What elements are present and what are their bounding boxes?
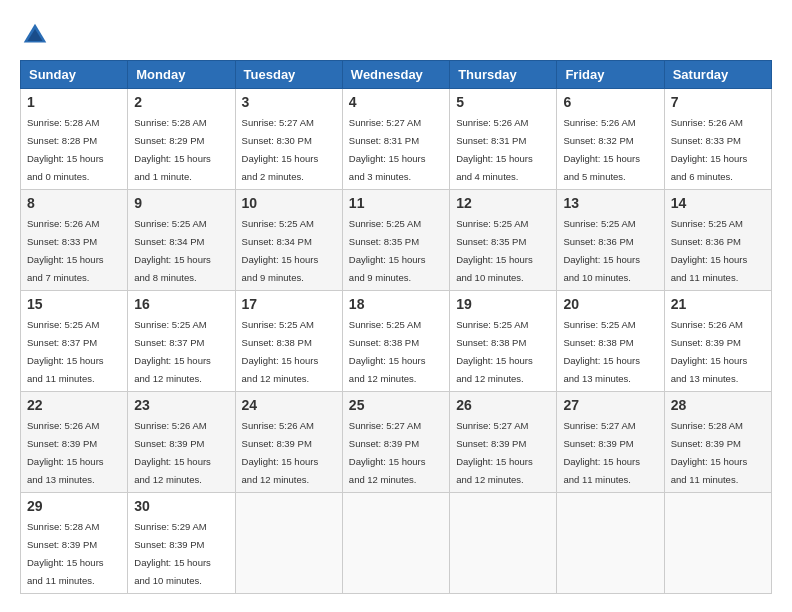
calendar-cell: 7Sunrise: 5:26 AMSunset: 8:33 PMDaylight… [664, 89, 771, 190]
calendar-cell: 14Sunrise: 5:25 AMSunset: 8:36 PMDayligh… [664, 190, 771, 291]
calendar-week-5: 29Sunrise: 5:28 AMSunset: 8:39 PMDayligh… [21, 493, 772, 594]
day-detail: Sunrise: 5:25 AMSunset: 8:34 PMDaylight:… [134, 218, 211, 283]
day-number: 27 [563, 397, 657, 413]
day-detail: Sunrise: 5:29 AMSunset: 8:39 PMDaylight:… [134, 521, 211, 586]
day-detail: Sunrise: 5:28 AMSunset: 8:39 PMDaylight:… [671, 420, 748, 485]
calendar-cell: 19Sunrise: 5:25 AMSunset: 8:38 PMDayligh… [450, 291, 557, 392]
day-number: 7 [671, 94, 765, 110]
day-detail: Sunrise: 5:26 AMSunset: 8:39 PMDaylight:… [671, 319, 748, 384]
calendar-cell: 9Sunrise: 5:25 AMSunset: 8:34 PMDaylight… [128, 190, 235, 291]
weekday-header-row: SundayMondayTuesdayWednesdayThursdayFrid… [21, 61, 772, 89]
day-number: 30 [134, 498, 228, 514]
day-detail: Sunrise: 5:25 AMSunset: 8:38 PMDaylight:… [242, 319, 319, 384]
day-number: 2 [134, 94, 228, 110]
day-number: 17 [242, 296, 336, 312]
calendar-cell: 10Sunrise: 5:25 AMSunset: 8:34 PMDayligh… [235, 190, 342, 291]
day-detail: Sunrise: 5:25 AMSunset: 8:34 PMDaylight:… [242, 218, 319, 283]
day-number: 28 [671, 397, 765, 413]
calendar-cell: 30Sunrise: 5:29 AMSunset: 8:39 PMDayligh… [128, 493, 235, 594]
day-detail: Sunrise: 5:26 AMSunset: 8:39 PMDaylight:… [27, 420, 104, 485]
weekday-header-thursday: Thursday [450, 61, 557, 89]
day-detail: Sunrise: 5:25 AMSunset: 8:37 PMDaylight:… [27, 319, 104, 384]
weekday-header-saturday: Saturday [664, 61, 771, 89]
day-detail: Sunrise: 5:26 AMSunset: 8:32 PMDaylight:… [563, 117, 640, 182]
day-detail: Sunrise: 5:27 AMSunset: 8:30 PMDaylight:… [242, 117, 319, 182]
day-detail: Sunrise: 5:26 AMSunset: 8:39 PMDaylight:… [242, 420, 319, 485]
day-number: 4 [349, 94, 443, 110]
day-number: 13 [563, 195, 657, 211]
day-detail: Sunrise: 5:27 AMSunset: 8:31 PMDaylight:… [349, 117, 426, 182]
day-detail: Sunrise: 5:26 AMSunset: 8:33 PMDaylight:… [27, 218, 104, 283]
calendar-cell: 23Sunrise: 5:26 AMSunset: 8:39 PMDayligh… [128, 392, 235, 493]
calendar-cell: 20Sunrise: 5:25 AMSunset: 8:38 PMDayligh… [557, 291, 664, 392]
day-number: 10 [242, 195, 336, 211]
weekday-header-tuesday: Tuesday [235, 61, 342, 89]
calendar-cell: 25Sunrise: 5:27 AMSunset: 8:39 PMDayligh… [342, 392, 449, 493]
day-detail: Sunrise: 5:25 AMSunset: 8:35 PMDaylight:… [349, 218, 426, 283]
calendar-cell: 22Sunrise: 5:26 AMSunset: 8:39 PMDayligh… [21, 392, 128, 493]
calendar-cell: 3Sunrise: 5:27 AMSunset: 8:30 PMDaylight… [235, 89, 342, 190]
calendar-cell [557, 493, 664, 594]
day-number: 25 [349, 397, 443, 413]
day-number: 1 [27, 94, 121, 110]
weekday-header-wednesday: Wednesday [342, 61, 449, 89]
day-number: 6 [563, 94, 657, 110]
day-number: 15 [27, 296, 121, 312]
day-detail: Sunrise: 5:28 AMSunset: 8:29 PMDaylight:… [134, 117, 211, 182]
calendar-cell: 17Sunrise: 5:25 AMSunset: 8:38 PMDayligh… [235, 291, 342, 392]
day-number: 11 [349, 195, 443, 211]
calendar-cell [664, 493, 771, 594]
weekday-header-sunday: Sunday [21, 61, 128, 89]
day-number: 3 [242, 94, 336, 110]
day-detail: Sunrise: 5:25 AMSunset: 8:36 PMDaylight:… [563, 218, 640, 283]
calendar-week-2: 8Sunrise: 5:26 AMSunset: 8:33 PMDaylight… [21, 190, 772, 291]
calendar-cell: 13Sunrise: 5:25 AMSunset: 8:36 PMDayligh… [557, 190, 664, 291]
day-number: 22 [27, 397, 121, 413]
logo-icon [20, 20, 50, 50]
calendar-header: SundayMondayTuesdayWednesdayThursdayFrid… [21, 61, 772, 89]
calendar-cell: 6Sunrise: 5:26 AMSunset: 8:32 PMDaylight… [557, 89, 664, 190]
day-detail: Sunrise: 5:27 AMSunset: 8:39 PMDaylight:… [349, 420, 426, 485]
weekday-header-monday: Monday [128, 61, 235, 89]
calendar-week-1: 1Sunrise: 5:28 AMSunset: 8:28 PMDaylight… [21, 89, 772, 190]
calendar-cell [342, 493, 449, 594]
calendar-cell [450, 493, 557, 594]
calendar-cell: 11Sunrise: 5:25 AMSunset: 8:35 PMDayligh… [342, 190, 449, 291]
day-detail: Sunrise: 5:25 AMSunset: 8:37 PMDaylight:… [134, 319, 211, 384]
calendar-cell: 15Sunrise: 5:25 AMSunset: 8:37 PMDayligh… [21, 291, 128, 392]
day-detail: Sunrise: 5:27 AMSunset: 8:39 PMDaylight:… [456, 420, 533, 485]
calendar-cell: 26Sunrise: 5:27 AMSunset: 8:39 PMDayligh… [450, 392, 557, 493]
logo [20, 20, 56, 50]
day-detail: Sunrise: 5:25 AMSunset: 8:35 PMDaylight:… [456, 218, 533, 283]
day-number: 12 [456, 195, 550, 211]
day-number: 20 [563, 296, 657, 312]
calendar-cell: 5Sunrise: 5:26 AMSunset: 8:31 PMDaylight… [450, 89, 557, 190]
page-header [20, 20, 772, 50]
calendar-cell: 8Sunrise: 5:26 AMSunset: 8:33 PMDaylight… [21, 190, 128, 291]
calendar-week-4: 22Sunrise: 5:26 AMSunset: 8:39 PMDayligh… [21, 392, 772, 493]
calendar-cell: 2Sunrise: 5:28 AMSunset: 8:29 PMDaylight… [128, 89, 235, 190]
day-number: 14 [671, 195, 765, 211]
calendar-cell: 16Sunrise: 5:25 AMSunset: 8:37 PMDayligh… [128, 291, 235, 392]
day-number: 26 [456, 397, 550, 413]
day-detail: Sunrise: 5:27 AMSunset: 8:39 PMDaylight:… [563, 420, 640, 485]
calendar-table: SundayMondayTuesdayWednesdayThursdayFrid… [20, 60, 772, 594]
day-detail: Sunrise: 5:26 AMSunset: 8:39 PMDaylight:… [134, 420, 211, 485]
calendar-cell: 18Sunrise: 5:25 AMSunset: 8:38 PMDayligh… [342, 291, 449, 392]
day-detail: Sunrise: 5:26 AMSunset: 8:33 PMDaylight:… [671, 117, 748, 182]
calendar-cell: 1Sunrise: 5:28 AMSunset: 8:28 PMDaylight… [21, 89, 128, 190]
calendar-cell: 21Sunrise: 5:26 AMSunset: 8:39 PMDayligh… [664, 291, 771, 392]
day-detail: Sunrise: 5:28 AMSunset: 8:39 PMDaylight:… [27, 521, 104, 586]
day-detail: Sunrise: 5:25 AMSunset: 8:36 PMDaylight:… [671, 218, 748, 283]
calendar-body: 1Sunrise: 5:28 AMSunset: 8:28 PMDaylight… [21, 89, 772, 594]
day-number: 19 [456, 296, 550, 312]
day-detail: Sunrise: 5:25 AMSunset: 8:38 PMDaylight:… [456, 319, 533, 384]
calendar-cell: 28Sunrise: 5:28 AMSunset: 8:39 PMDayligh… [664, 392, 771, 493]
day-number: 21 [671, 296, 765, 312]
calendar-cell: 12Sunrise: 5:25 AMSunset: 8:35 PMDayligh… [450, 190, 557, 291]
day-detail: Sunrise: 5:26 AMSunset: 8:31 PMDaylight:… [456, 117, 533, 182]
day-number: 29 [27, 498, 121, 514]
calendar-week-3: 15Sunrise: 5:25 AMSunset: 8:37 PMDayligh… [21, 291, 772, 392]
day-detail: Sunrise: 5:25 AMSunset: 8:38 PMDaylight:… [349, 319, 426, 384]
day-number: 18 [349, 296, 443, 312]
